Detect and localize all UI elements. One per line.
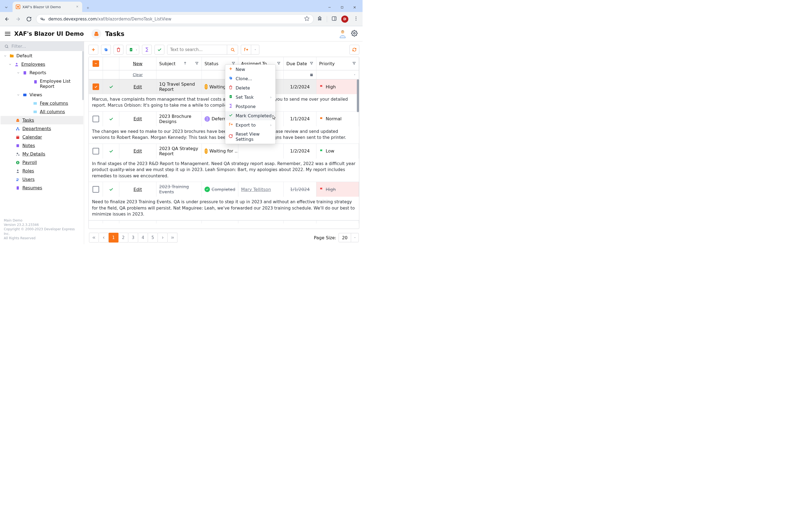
header-priority[interactable]: Priority	[316, 57, 359, 70]
tree-item-resumes[interactable]: Resumes	[1, 184, 83, 192]
row-checkbox-checked[interactable]	[93, 83, 99, 90]
row-completed-indicator[interactable]	[103, 79, 119, 94]
tree-item-roles[interactable]: Roles	[1, 167, 83, 175]
edit-link[interactable]: Edit	[133, 148, 142, 154]
search-field[interactable]	[167, 45, 238, 55]
ctx-set-task[interactable]: Set Task	[225, 93, 275, 102]
bookmark-star-icon[interactable]	[304, 16, 310, 22]
edit-link[interactable]: Edit	[133, 84, 142, 90]
tree-item-calendar[interactable]: Calendar	[1, 133, 83, 141]
tree-item-departments[interactable]: Departments	[1, 125, 83, 133]
pager-prev[interactable]	[99, 233, 109, 243]
row-completed-indicator[interactable]	[103, 144, 119, 158]
chevron-down-icon[interactable]	[2, 3, 11, 12]
tree-item-payroll[interactable]: $ Payroll	[1, 158, 83, 167]
menu-dots-icon[interactable]	[353, 16, 359, 22]
row-completed-indicator[interactable]	[103, 182, 119, 197]
url-bar[interactable]: demos.devexpress.com/xaf/blazordemo/Demo…	[36, 14, 314, 24]
search-icon[interactable]	[227, 45, 238, 55]
pager-page-1[interactable]: 1	[109, 233, 118, 243]
pager-first[interactable]	[89, 233, 99, 243]
cell-assigned[interactable]	[238, 144, 284, 158]
export-icon[interactable]	[241, 45, 251, 54]
ctx-reset-view-settings[interactable]: Reset View Settings	[225, 130, 275, 144]
search-input[interactable]	[167, 47, 227, 52]
ctx-new[interactable]: New	[225, 65, 275, 74]
nav-back-button[interactable]	[3, 15, 11, 23]
nav-forward-button[interactable]	[14, 15, 22, 23]
tree-item-default[interactable]: Default	[1, 52, 83, 60]
table-row[interactable]: Edit 2023 Training Events Completed Mary…	[89, 182, 359, 197]
close-icon[interactable]	[76, 5, 79, 9]
pager-page-2[interactable]: 2	[118, 233, 128, 243]
filter-icon[interactable]	[277, 61, 281, 66]
side-panel-icon[interactable]	[331, 16, 337, 22]
row-checkbox[interactable]	[93, 148, 99, 154]
tree-item-tasks[interactable]: Tasks	[1, 116, 83, 125]
extensions-icon[interactable]	[317, 16, 323, 22]
select-all-checkbox[interactable]	[93, 60, 99, 67]
set-task-button[interactable]	[126, 45, 139, 55]
window-maximize-button[interactable]	[336, 3, 348, 12]
gear-icon[interactable]	[351, 30, 357, 38]
sidebar-scrollbar[interactable]	[82, 51, 84, 215]
window-close-button[interactable]	[348, 3, 361, 12]
tree-item-all-columns[interactable]: All columns	[1, 108, 83, 116]
tree-item-notes[interactable]: Notes	[1, 141, 83, 150]
tree-item-my-details[interactable]: My Details	[1, 150, 83, 158]
table-row[interactable]: Edit 2023 Brochure Designs Deferred 1/1/…	[89, 112, 359, 126]
postpone-button[interactable]	[142, 45, 152, 55]
ctx-clone-[interactable]: Clone...	[225, 74, 275, 83]
tree-item-views[interactable]: Views	[1, 91, 83, 99]
user-photo-icon[interactable]	[339, 30, 346, 38]
ctx-mark-completed[interactable]: Mark Completed	[225, 111, 275, 120]
mark-completed-button[interactable]	[154, 45, 164, 55]
header-new-link[interactable]: New	[119, 57, 157, 70]
cell-assigned[interactable]: Mary Tellitson	[238, 182, 284, 197]
tree-item-reports[interactable]: Reports	[1, 69, 83, 77]
tree-item-employees[interactable]: Employees	[1, 60, 83, 69]
nav-reload-button[interactable]	[25, 15, 33, 23]
clone-button[interactable]	[101, 45, 111, 55]
tree-item-users[interactable]: Users	[1, 175, 83, 184]
header-select-all[interactable]	[89, 57, 103, 70]
table-row[interactable]: Edit 1Q Travel Spend Report Waiting for …	[89, 79, 359, 94]
profile-avatar[interactable]: D	[341, 16, 348, 23]
menu-toggle-button[interactable]	[5, 32, 11, 36]
header-subject[interactable]: Subject	[157, 57, 202, 70]
new-tab-button[interactable]	[84, 4, 92, 12]
pager-page-5[interactable]: 5	[148, 233, 158, 243]
filter-subject[interactable]	[157, 70, 202, 79]
ctx-postpone[interactable]: Postpone	[225, 102, 275, 111]
browser-tab[interactable]: XAF's Blazor UI Demo	[13, 2, 82, 12]
pager-last[interactable]	[168, 233, 178, 243]
pager-page-3[interactable]: 3	[128, 233, 138, 243]
window-minimize-button[interactable]	[323, 3, 336, 12]
grid-scrollbar[interactable]	[357, 79, 359, 229]
header-due[interactable]: Due Date	[284, 57, 316, 70]
filter-priority[interactable]	[316, 70, 359, 79]
sidebar-filter[interactable]: Filter...	[0, 41, 84, 51]
edit-link[interactable]: Edit	[133, 116, 142, 121]
edit-link[interactable]: Edit	[133, 187, 142, 192]
row-completed-indicator[interactable]	[103, 112, 119, 126]
pager-next[interactable]	[158, 233, 168, 243]
refresh-button[interactable]	[349, 45, 359, 55]
filter-due[interactable]	[284, 70, 316, 79]
pager-page-4[interactable]: 4	[138, 233, 148, 243]
filter-clear[interactable]: Clear	[119, 70, 157, 79]
header-complete[interactable]	[103, 57, 119, 70]
site-settings-icon[interactable]	[40, 17, 45, 22]
chevron-down-icon[interactable]	[251, 45, 259, 54]
row-checkbox[interactable]	[93, 186, 99, 193]
row-checkbox[interactable]	[93, 116, 99, 122]
pagesize-select[interactable]: 20	[338, 233, 359, 242]
export-button[interactable]	[241, 45, 259, 55]
table-row[interactable]: Edit 2023 QA Strategy Report Waiting for…	[89, 144, 359, 158]
new-button[interactable]	[89, 45, 98, 55]
filter-icon[interactable]	[352, 61, 356, 66]
ctx-export-to[interactable]: Export to	[225, 120, 275, 130]
tree-item-employee-list-report[interactable]: Employee List Report	[1, 77, 83, 91]
ctx-delete[interactable]: Delete	[225, 83, 275, 93]
filter-icon[interactable]	[195, 61, 199, 66]
